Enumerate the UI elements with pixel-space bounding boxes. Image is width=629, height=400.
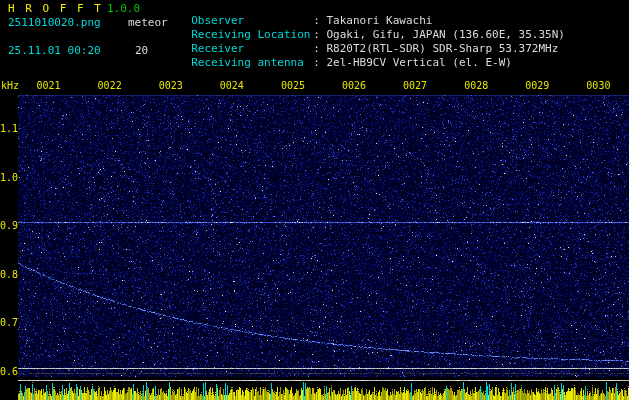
info-value: 2el-HB9CV Vertical (el. E-W): [313, 56, 512, 69]
minute-count: 20: [135, 45, 148, 57]
info-label: Receiving antenna: [191, 57, 313, 69]
freq-tick-label: 1.1: [0, 123, 16, 134]
mode-label: meteor: [128, 17, 168, 29]
freq-tick-label: 0.7: [0, 317, 16, 328]
freq-tick-label: 1.0: [0, 172, 16, 183]
time-tick-label: 0027: [385, 80, 446, 91]
time-tick-label: 0023: [140, 80, 201, 91]
app-name: H R O F F T: [8, 3, 103, 15]
freq-tick-label: 0.6: [0, 366, 16, 377]
time-tick-label: 0024: [201, 80, 262, 91]
file-name: 2511010020.png: [8, 17, 101, 29]
freq-axis: 1.11.00.90.80.70.6: [0, 0, 17, 400]
freq-tick-label: 0.8: [0, 269, 16, 280]
freq-tick-label: 0.9: [0, 220, 16, 231]
hrofft-window: { "header": { "app_name": "H R O F F T",…: [0, 0, 629, 400]
time-tick-label: 0025: [262, 80, 323, 91]
time-tick-label: 0029: [507, 80, 568, 91]
info-row-antenna: Receiving antenna2el-HB9CV Vertical (el.…: [178, 45, 512, 69]
time-tick-label: 0026: [323, 80, 384, 91]
time-tick-label: 0030: [568, 80, 629, 91]
datetime: 25.11.01 00:20: [8, 45, 101, 57]
time-tick-label: 0022: [79, 80, 140, 91]
time-axis: 0021002200230024002500260027002800290030: [18, 80, 629, 91]
time-tick-label: 0021: [18, 80, 79, 91]
time-tick-label: 0028: [446, 80, 507, 91]
app-version: 1.0.0: [107, 3, 140, 15]
